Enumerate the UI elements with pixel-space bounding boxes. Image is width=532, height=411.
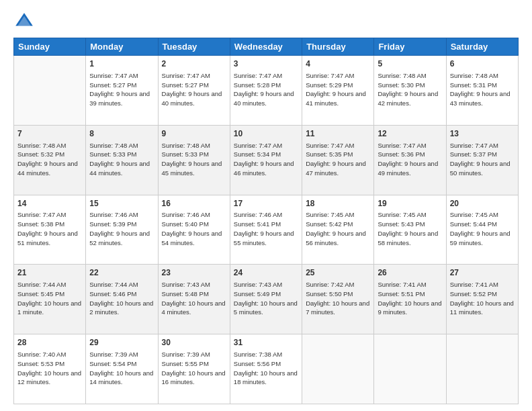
day-number: 17: [234, 198, 298, 210]
calendar-day-cell: 19Sunrise: 7:45 AMSunset: 5:43 PMDayligh…: [374, 195, 446, 265]
page: SundayMondayTuesdayWednesdayThursdayFrid…: [0, 0, 532, 411]
calendar-day-cell: 1Sunrise: 7:47 AMSunset: 5:27 PMDaylight…: [86, 56, 158, 126]
calendar-day-cell: 25Sunrise: 7:42 AMSunset: 5:50 PMDayligh…: [302, 265, 374, 334]
calendar-day-cell: 17Sunrise: 7:46 AMSunset: 5:41 PMDayligh…: [230, 195, 302, 265]
calendar-day-cell: 2Sunrise: 7:47 AMSunset: 5:27 PMDaylight…: [158, 56, 230, 126]
calendar-day-cell: [374, 334, 446, 404]
day-info: Sunrise: 7:47 AMSunset: 5:35 PMDaylight:…: [306, 141, 370, 178]
day-info: Sunrise: 7:45 AMSunset: 5:43 PMDaylight:…: [378, 210, 442, 247]
calendar-week-row: 28Sunrise: 7:40 AMSunset: 5:53 PMDayligh…: [14, 334, 519, 404]
day-info: Sunrise: 7:42 AMSunset: 5:50 PMDaylight:…: [306, 280, 370, 317]
calendar-day-cell: 16Sunrise: 7:46 AMSunset: 5:40 PMDayligh…: [158, 195, 230, 265]
calendar-day-header: Wednesday: [230, 38, 302, 56]
day-info: Sunrise: 7:44 AMSunset: 5:46 PMDaylight:…: [89, 280, 154, 317]
calendar-day-cell: [446, 334, 518, 404]
calendar-day-cell: 12Sunrise: 7:47 AMSunset: 5:36 PMDayligh…: [374, 125, 446, 195]
day-info: Sunrise: 7:47 AMSunset: 5:28 PMDaylight:…: [234, 71, 298, 108]
day-info: Sunrise: 7:45 AMSunset: 5:42 PMDaylight:…: [306, 210, 370, 247]
day-number: 25: [306, 267, 370, 279]
day-number: 1: [89, 58, 154, 70]
day-number: 13: [450, 128, 515, 140]
day-number: 31: [234, 337, 298, 349]
day-info: Sunrise: 7:43 AMSunset: 5:48 PMDaylight:…: [162, 280, 226, 317]
day-number: 30: [162, 337, 226, 349]
day-number: 2: [162, 58, 226, 70]
day-number: 24: [234, 267, 298, 279]
calendar-day-header: Monday: [86, 38, 158, 56]
day-info: Sunrise: 7:46 AMSunset: 5:41 PMDaylight:…: [234, 210, 298, 247]
day-info: Sunrise: 7:41 AMSunset: 5:51 PMDaylight:…: [378, 280, 442, 317]
day-info: Sunrise: 7:38 AMSunset: 5:56 PMDaylight:…: [234, 350, 298, 387]
header: [13, 11, 519, 32]
calendar-day-cell: 26Sunrise: 7:41 AMSunset: 5:51 PMDayligh…: [374, 265, 446, 334]
day-number: 10: [234, 128, 298, 140]
calendar-day-header: Sunday: [14, 38, 86, 56]
calendar-day-cell: 3Sunrise: 7:47 AMSunset: 5:28 PMDaylight…: [230, 56, 302, 126]
calendar-table: SundayMondayTuesdayWednesdayThursdayFrid…: [13, 38, 519, 404]
day-info: Sunrise: 7:47 AMSunset: 5:29 PMDaylight:…: [306, 71, 370, 108]
calendar-day-cell: 20Sunrise: 7:45 AMSunset: 5:44 PMDayligh…: [446, 195, 518, 265]
day-info: Sunrise: 7:39 AMSunset: 5:54 PMDaylight:…: [89, 350, 154, 387]
day-info: Sunrise: 7:47 AMSunset: 5:36 PMDaylight:…: [378, 141, 442, 178]
calendar-day-cell: 10Sunrise: 7:47 AMSunset: 5:34 PMDayligh…: [230, 125, 302, 195]
calendar-day-cell: 7Sunrise: 7:48 AMSunset: 5:32 PMDaylight…: [14, 125, 86, 195]
calendar-day-cell: 23Sunrise: 7:43 AMSunset: 5:48 PMDayligh…: [158, 265, 230, 334]
logo-icon: [13, 11, 35, 32]
calendar-day-cell: 30Sunrise: 7:39 AMSunset: 5:55 PMDayligh…: [158, 334, 230, 404]
day-info: Sunrise: 7:43 AMSunset: 5:49 PMDaylight:…: [234, 280, 298, 317]
calendar-week-row: 7Sunrise: 7:48 AMSunset: 5:32 PMDaylight…: [14, 125, 519, 195]
day-info: Sunrise: 7:41 AMSunset: 5:52 PMDaylight:…: [450, 280, 515, 317]
calendar-day-cell: 15Sunrise: 7:46 AMSunset: 5:39 PMDayligh…: [86, 195, 158, 265]
day-number: 4: [306, 58, 370, 70]
day-info: Sunrise: 7:47 AMSunset: 5:27 PMDaylight:…: [89, 71, 154, 108]
calendar-day-cell: 11Sunrise: 7:47 AMSunset: 5:35 PMDayligh…: [302, 125, 374, 195]
day-info: Sunrise: 7:45 AMSunset: 5:44 PMDaylight:…: [450, 210, 515, 247]
calendar-week-row: 14Sunrise: 7:47 AMSunset: 5:38 PMDayligh…: [14, 195, 519, 265]
day-info: Sunrise: 7:47 AMSunset: 5:27 PMDaylight:…: [162, 71, 226, 108]
day-number: 5: [378, 58, 442, 70]
day-number: 8: [89, 128, 154, 140]
calendar-day-cell: [14, 56, 86, 126]
day-info: Sunrise: 7:40 AMSunset: 5:53 PMDaylight:…: [17, 350, 82, 387]
day-info: Sunrise: 7:48 AMSunset: 5:31 PMDaylight:…: [450, 71, 515, 108]
calendar-day-cell: 29Sunrise: 7:39 AMSunset: 5:54 PMDayligh…: [86, 334, 158, 404]
calendar-day-cell: 9Sunrise: 7:48 AMSunset: 5:33 PMDaylight…: [158, 125, 230, 195]
calendar-day-cell: 28Sunrise: 7:40 AMSunset: 5:53 PMDayligh…: [14, 334, 86, 404]
calendar-day-cell: 5Sunrise: 7:48 AMSunset: 5:30 PMDaylight…: [374, 56, 446, 126]
day-number: 22: [89, 267, 154, 279]
day-number: 27: [450, 267, 515, 279]
calendar-day-cell: 31Sunrise: 7:38 AMSunset: 5:56 PMDayligh…: [230, 334, 302, 404]
calendar-day-cell: 22Sunrise: 7:44 AMSunset: 5:46 PMDayligh…: [86, 265, 158, 334]
calendar-day-cell: 4Sunrise: 7:47 AMSunset: 5:29 PMDaylight…: [302, 56, 374, 126]
day-number: 15: [89, 198, 154, 210]
day-number: 26: [378, 267, 442, 279]
calendar-header-row: SundayMondayTuesdayWednesdayThursdayFrid…: [14, 38, 519, 56]
calendar-day-header: Thursday: [302, 38, 374, 56]
calendar-day-cell: [302, 334, 374, 404]
day-number: 14: [17, 198, 82, 210]
day-info: Sunrise: 7:47 AMSunset: 5:37 PMDaylight:…: [450, 141, 515, 178]
day-info: Sunrise: 7:46 AMSunset: 5:39 PMDaylight:…: [89, 210, 154, 247]
calendar-day-cell: 13Sunrise: 7:47 AMSunset: 5:37 PMDayligh…: [446, 125, 518, 195]
day-info: Sunrise: 7:44 AMSunset: 5:45 PMDaylight:…: [17, 280, 82, 317]
day-info: Sunrise: 7:47 AMSunset: 5:34 PMDaylight:…: [234, 141, 298, 178]
calendar-day-header: Saturday: [446, 38, 518, 56]
day-number: 19: [378, 198, 442, 210]
day-number: 12: [378, 128, 442, 140]
calendar-day-header: Friday: [374, 38, 446, 56]
day-info: Sunrise: 7:48 AMSunset: 5:32 PMDaylight:…: [17, 141, 82, 178]
calendar-day-header: Tuesday: [158, 38, 230, 56]
day-info: Sunrise: 7:46 AMSunset: 5:40 PMDaylight:…: [162, 210, 226, 247]
calendar-day-cell: 8Sunrise: 7:48 AMSunset: 5:33 PMDaylight…: [86, 125, 158, 195]
calendar-day-cell: 14Sunrise: 7:47 AMSunset: 5:38 PMDayligh…: [14, 195, 86, 265]
calendar-day-cell: 18Sunrise: 7:45 AMSunset: 5:42 PMDayligh…: [302, 195, 374, 265]
calendar-week-row: 21Sunrise: 7:44 AMSunset: 5:45 PMDayligh…: [14, 265, 519, 334]
day-number: 7: [17, 128, 82, 140]
day-number: 3: [234, 58, 298, 70]
day-info: Sunrise: 7:47 AMSunset: 5:38 PMDaylight:…: [17, 210, 82, 247]
day-number: 29: [89, 337, 154, 349]
calendar-week-row: 1Sunrise: 7:47 AMSunset: 5:27 PMDaylight…: [14, 56, 519, 126]
day-info: Sunrise: 7:48 AMSunset: 5:33 PMDaylight:…: [89, 141, 154, 178]
day-number: 6: [450, 58, 515, 70]
day-info: Sunrise: 7:39 AMSunset: 5:55 PMDaylight:…: [162, 350, 226, 387]
